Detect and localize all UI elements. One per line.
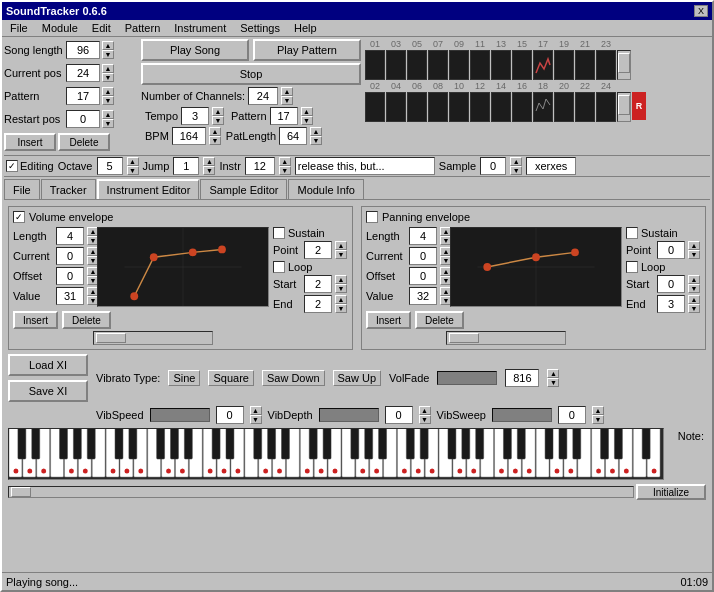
- pan-sustain-checkbox[interactable]: [626, 227, 638, 239]
- vibrato-saw-up-button[interactable]: Saw Up: [333, 370, 382, 386]
- vol-end-input[interactable]: [304, 295, 332, 313]
- vol-point-spinner[interactable]: ▲ ▼: [335, 241, 347, 259]
- menu-pattern[interactable]: Pattern: [119, 21, 166, 35]
- grid-cell[interactable]: [596, 50, 616, 80]
- vib-speed-spinner[interactable]: ▲ ▼: [250, 406, 262, 424]
- delete-button[interactable]: Delete: [58, 133, 110, 151]
- pan-point-input[interactable]: [657, 241, 685, 259]
- grid-cell[interactable]: [407, 92, 427, 122]
- sample-name-input[interactable]: [526, 157, 576, 175]
- scrollbar-thumb[interactable]: [618, 95, 630, 115]
- instr-input[interactable]: [245, 157, 275, 175]
- pattern2-input[interactable]: [270, 107, 298, 125]
- grid-cell[interactable]: [365, 92, 385, 122]
- vib-speed-input[interactable]: [216, 406, 244, 424]
- octave-spinner[interactable]: ▲ ▼: [127, 157, 139, 175]
- scrollbar-v-top[interactable]: [617, 50, 631, 80]
- play-song-button[interactable]: Play Song: [141, 39, 249, 61]
- vib-depth-spinner[interactable]: ▲ ▼: [419, 406, 431, 424]
- restart-pos-up[interactable]: ▲: [102, 110, 114, 119]
- vol-end-spinner[interactable]: ▲ ▼: [335, 295, 347, 313]
- pan-delete-button[interactable]: Delete: [415, 311, 464, 329]
- piano-scrollbar-thumb[interactable]: [11, 487, 31, 497]
- pan-value-input[interactable]: [409, 287, 437, 305]
- vol-scrollbar-h[interactable]: [93, 331, 213, 345]
- pan-length-input[interactable]: [409, 227, 437, 245]
- vol-point-input[interactable]: [304, 241, 332, 259]
- pan-offset-input[interactable]: [409, 267, 437, 285]
- close-button[interactable]: X: [694, 5, 708, 17]
- pan-start-spinner[interactable]: ▲ ▼: [688, 275, 700, 293]
- vol-value-input[interactable]: [56, 287, 84, 305]
- pan-point-spinner[interactable]: ▲ ▼: [688, 241, 700, 259]
- instr-spinner[interactable]: ▲ ▼: [279, 157, 291, 175]
- grid-cell[interactable]: [428, 92, 448, 122]
- tempo-input[interactable]: [181, 107, 209, 125]
- vol-loop-checkbox[interactable]: [273, 261, 285, 273]
- grid-cell[interactable]: [512, 50, 532, 80]
- panning-envelope-checkbox[interactable]: [366, 211, 378, 223]
- play-pattern-button[interactable]: Play Pattern: [253, 39, 361, 61]
- vib-speed-slider[interactable]: [150, 408, 210, 422]
- grid-cell[interactable]: [575, 50, 595, 80]
- jump-input[interactable]: [173, 157, 199, 175]
- vibrato-saw-down-button[interactable]: Saw Down: [262, 370, 325, 386]
- load-xi-button[interactable]: Load XI: [8, 354, 88, 376]
- vib-sweep-input[interactable]: [558, 406, 586, 424]
- grid-cell[interactable]: [533, 50, 553, 80]
- tab-instrument-editor[interactable]: Instrument Editor: [97, 179, 200, 199]
- grid-cell[interactable]: [512, 92, 532, 122]
- grid-cell[interactable]: [428, 50, 448, 80]
- vibrato-sine-button[interactable]: Sine: [168, 370, 200, 386]
- grid-cell[interactable]: [575, 92, 595, 122]
- song-length-input[interactable]: [66, 41, 100, 59]
- grid-cell[interactable]: [386, 50, 406, 80]
- pan-end-spinner[interactable]: ▲ ▼: [688, 295, 700, 313]
- vol-scrollbar-thumb[interactable]: [96, 333, 126, 343]
- current-pos-input[interactable]: [66, 64, 100, 82]
- volume-envelope-graph[interactable]: [97, 227, 269, 307]
- vol-start-input[interactable]: [304, 275, 332, 293]
- tab-sample-editor[interactable]: Sample Editor: [200, 179, 287, 199]
- pan-insert-button[interactable]: Insert: [366, 311, 411, 329]
- grid-cell[interactable]: [386, 92, 406, 122]
- restart-pos-spinner[interactable]: ▲ ▼: [102, 110, 114, 128]
- stop-button[interactable]: Stop: [141, 63, 361, 85]
- sample-input[interactable]: [480, 157, 506, 175]
- piano-keyboard[interactable]: /* white keys */: [8, 428, 664, 480]
- bpm-input[interactable]: [172, 127, 206, 145]
- grid-cell[interactable]: [533, 92, 553, 122]
- current-pos-spinner[interactable]: ▲ ▼: [102, 64, 114, 82]
- vol-sustain-checkbox[interactable]: [273, 227, 285, 239]
- vol-offset-input[interactable]: [56, 267, 84, 285]
- pan-end-input[interactable]: [657, 295, 685, 313]
- vib-depth-input[interactable]: [385, 406, 413, 424]
- tab-module-info[interactable]: Module Info: [288, 179, 363, 199]
- grid-cell[interactable]: [470, 92, 490, 122]
- vib-sweep-slider[interactable]: [492, 408, 552, 422]
- menu-help[interactable]: Help: [288, 21, 323, 35]
- pan-start-input[interactable]: [657, 275, 685, 293]
- current-pos-up[interactable]: ▲: [102, 64, 114, 73]
- pan-scrollbar-h[interactable]: [446, 331, 566, 345]
- grid-cell[interactable]: [491, 50, 511, 80]
- grid-cell[interactable]: [407, 50, 427, 80]
- vol-fade-spinner[interactable]: ▲ ▼: [547, 369, 559, 387]
- grid-cell[interactable]: [449, 50, 469, 80]
- grid-cell[interactable]: [449, 92, 469, 122]
- song-length-spinner[interactable]: ▲ ▼: [102, 41, 114, 59]
- pattern-down[interactable]: ▼: [102, 96, 114, 105]
- vib-sweep-spinner[interactable]: ▲ ▼: [592, 406, 604, 424]
- patlength-spinner[interactable]: ▲ ▼: [310, 127, 322, 145]
- song-length-up[interactable]: ▲: [102, 41, 114, 50]
- jump-spinner[interactable]: ▲ ▼: [203, 157, 215, 175]
- vol-insert-button[interactable]: Insert: [13, 311, 58, 329]
- channels-down[interactable]: ▼: [281, 96, 293, 105]
- menu-module[interactable]: Module: [36, 21, 84, 35]
- menu-file[interactable]: File: [4, 21, 34, 35]
- pattern-up[interactable]: ▲: [102, 87, 114, 96]
- vol-length-input[interactable]: [56, 227, 84, 245]
- menu-settings[interactable]: Settings: [234, 21, 286, 35]
- vol-start-spinner[interactable]: ▲ ▼: [335, 275, 347, 293]
- sample-spinner[interactable]: ▲ ▼: [510, 157, 522, 175]
